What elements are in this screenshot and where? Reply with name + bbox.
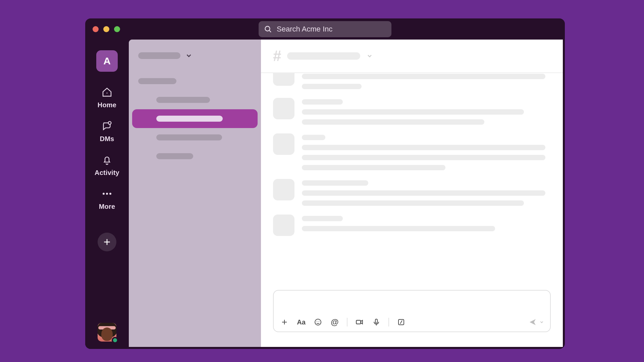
workspace-switcher[interactable]: A [96, 50, 118, 72]
window-controls [93, 26, 120, 32]
rail-item-activity[interactable]: Activity [85, 152, 129, 179]
sidebar-item[interactable] [132, 128, 258, 147]
svg-rect-14 [356, 320, 361, 324]
message [273, 179, 551, 206]
message-avatar [273, 215, 294, 236]
user-avatar[interactable] [98, 323, 116, 342]
svg-point-4 [103, 193, 105, 195]
message-body [302, 133, 551, 170]
rail-item-more[interactable]: More [85, 185, 129, 213]
maximize-window-button[interactable] [114, 26, 120, 32]
toolbar-separator [347, 318, 347, 326]
rail-item-dms[interactable]: DMs [85, 118, 129, 145]
svg-line-1 [269, 31, 271, 32]
bell-icon [101, 154, 113, 166]
svg-line-18 [400, 320, 402, 324]
svg-point-12 [317, 321, 317, 322]
message-body [302, 179, 551, 206]
channel-name-placeholder [287, 52, 360, 60]
video-button[interactable] [355, 317, 364, 327]
emoji-button[interactable] [313, 317, 323, 327]
message [273, 98, 551, 125]
composer-toolbar: Aa @ [274, 313, 550, 331]
message [273, 73, 551, 89]
message-text-placeholder [302, 84, 362, 89]
search-input[interactable]: Search Acme Inc [259, 21, 391, 37]
minimize-window-button[interactable] [103, 26, 109, 32]
workspace-initial: A [103, 55, 111, 67]
svg-point-13 [319, 321, 319, 322]
rail-item-label: Activity [95, 169, 119, 177]
composer-input[interactable] [274, 291, 550, 313]
message-text-placeholder [302, 165, 445, 170]
svg-point-6 [109, 193, 111, 195]
channel-hash-icon: # [273, 48, 281, 64]
chevron-down-icon [366, 53, 373, 59]
titlebar: Search Acme Inc [85, 18, 565, 40]
sidebar-item-label-placeholder [156, 134, 222, 140]
close-window-button[interactable] [93, 26, 99, 32]
message-text-placeholder [302, 190, 545, 196]
sidebar-item[interactable] [132, 72, 258, 90]
message-body [302, 73, 551, 89]
content-area: # Aa [129, 40, 563, 347]
message-text-placeholder [302, 99, 343, 105]
presence-indicator [112, 337, 118, 344]
message-body [302, 98, 551, 125]
shortcut-button[interactable] [396, 317, 406, 327]
sidebar-item[interactable] [132, 109, 258, 128]
svg-point-2 [107, 93, 108, 94]
format-button[interactable]: Aa [297, 317, 306, 327]
rail-item-home[interactable]: Home [85, 84, 129, 112]
rail-item-label: More [99, 203, 115, 210]
message-text-placeholder [302, 226, 495, 231]
workspace-menu[interactable] [132, 49, 258, 62]
audio-button[interactable] [372, 317, 381, 327]
message-text-placeholder [302, 135, 325, 140]
dms-icon [101, 120, 113, 132]
chevron-down-icon [185, 52, 193, 59]
svg-rect-15 [375, 319, 377, 323]
rail-item-label: Home [98, 101, 116, 109]
svg-point-11 [315, 319, 321, 325]
app-window: Search Acme Inc A Home [85, 18, 565, 349]
nav-rail: A Home DMs [85, 40, 129, 349]
message-text-placeholder [302, 119, 484, 125]
send-button[interactable] [529, 318, 544, 326]
message-text-placeholder [302, 74, 545, 79]
message-body [302, 215, 551, 236]
rail-item-label: DMs [100, 135, 114, 143]
message-text-placeholder [302, 155, 545, 160]
create-new-button[interactable] [98, 233, 116, 251]
channel-header[interactable]: # [261, 40, 563, 73]
message [273, 133, 551, 170]
toolbar-separator [388, 318, 389, 326]
message-avatar [273, 179, 294, 200]
message-text-placeholder [302, 109, 524, 115]
message-text-placeholder [302, 216, 343, 221]
plus-icon [103, 238, 111, 246]
search-placeholder: Search Acme Inc [277, 25, 332, 34]
attach-button[interactable] [280, 317, 289, 327]
channel-sidebar [129, 40, 261, 347]
svg-point-0 [265, 26, 270, 31]
sidebar-item[interactable] [132, 147, 258, 166]
composer-area: Aa @ [261, 284, 563, 347]
search-icon [264, 25, 272, 33]
sidebar-item-label-placeholder [156, 97, 210, 103]
sidebar-item-label-placeholder [156, 153, 193, 159]
sidebar-item[interactable] [132, 90, 258, 109]
message-text-placeholder [302, 145, 545, 150]
svg-point-3 [108, 121, 111, 124]
message-list [261, 73, 563, 284]
mention-button[interactable]: @ [330, 317, 339, 327]
more-icon [101, 188, 113, 199]
message [273, 215, 551, 236]
message-text-placeholder [302, 180, 368, 186]
message-avatar [273, 98, 294, 119]
message-avatar [273, 133, 294, 155]
chevron-down-icon [539, 320, 544, 324]
workspace-name-placeholder [138, 52, 180, 59]
svg-point-5 [106, 193, 108, 195]
message-composer[interactable]: Aa @ [273, 290, 551, 332]
